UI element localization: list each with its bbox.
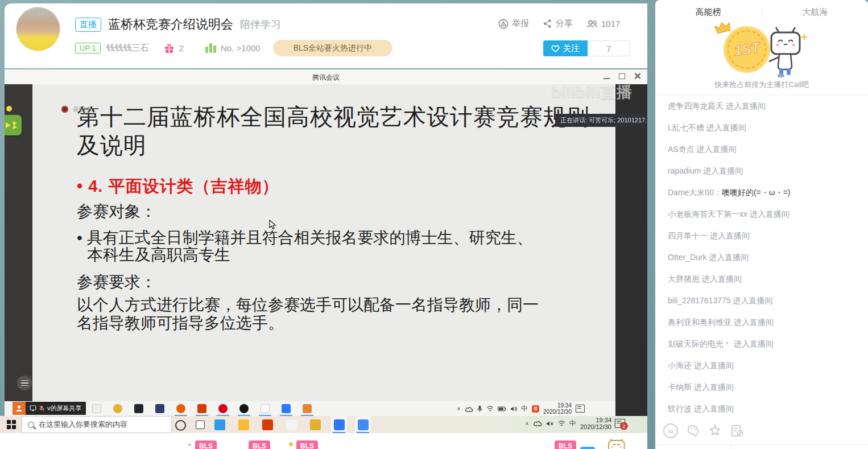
tray-caret-icon: ∧ [457,406,461,411]
chat-username: rapadium [668,166,703,175]
chat-input-divider [655,444,868,445]
crown-icon [714,22,731,34]
close-icon [634,73,640,79]
chat-message[interactable]: 四月单十一 进入直播间 [655,225,868,246]
fan-badge: BLS [555,440,576,449]
chat-username: 奥利亚和奥利维亚 [668,318,734,327]
palette-icon[interactable] [685,423,700,438]
bilibili-live-watermark: bilibili直播 [552,82,633,102]
notepad-icon [258,401,272,416]
screen-share-overlay: v的屏幕共享 [13,402,86,415]
room-header: 直播 蓝桥杯竞赛介绍说明会 陪伴学习 举报 分享 1017 [5,3,647,68]
medal-dot-icon [188,443,191,446]
enter-room-text: 进入直播间 [694,382,734,392]
first-rank-illustration: 1ST [713,25,810,77]
viewer-count: 1017 [586,19,620,28]
share-overlay-label: v的屏幕共享 [47,404,82,413]
cloud-sync-icon [533,420,542,427]
chat-message[interactable]: 奥利亚和奥利维亚 进入直播间 [655,311,868,333]
event-banner[interactable]: BLS全站赛火热进行中 [273,40,392,56]
hamburger-menu-icon [17,376,32,390]
search-icon [28,422,34,428]
chat-message[interactable]: 卡纳斯 进入直播间 [655,376,868,398]
wifi-icon [486,406,494,411]
report-warning-icon [498,19,509,29]
medal-gold-icon [289,442,293,446]
block-list-icon[interactable] [730,423,745,438]
sidebar-tabs: 高能榜大航海 [655,0,868,24]
netease-music-icon [216,401,230,416]
meeting-titlebar: 腾讯会议 [5,69,647,84]
muted-mic-icon [39,405,45,412]
desktop-clock: 19:34 2020/12/30 [580,417,611,430]
chrome-icon [307,416,323,433]
emoji-icon[interactable]: ω [663,423,678,438]
sparkle-star-icon[interactable] [708,423,722,438]
chat-message[interactable]: 小老板海苔天下第一xx 进入直播间 [655,203,868,225]
share-icon [543,19,552,28]
rank-text: No. >1000 [221,43,261,53]
promo-caption: 快来抢占前排为主播打Call吧 [655,80,868,90]
ime-indicator: 中 [569,419,576,429]
chat-username: 四月单十一 [668,231,710,240]
meeting-window-video: 第十二届蓝桥杯全国高校视觉艺术设计赛竞赛规则 及说明 • 4. 平面设计类（吉祥… [5,69,647,417]
chat-sidebar: 高能榜大航海 1ST [655,0,868,449]
slide-title-line2: 及说明 [77,130,147,161]
gift-icon [164,43,175,53]
shared-time: 19:34 [543,402,572,409]
enter-room-text: 进入直播间 [733,296,772,305]
chat-input-divider-tick [731,444,731,449]
chat-username: 虎争四海龙霸天 [668,101,726,110]
microphone-icon [477,405,482,413]
chat-message[interactable]: 小海还 进入直播间 [655,355,868,376]
chat-message[interactable]: 虎争四海龙霸天 进入直播间 [655,95,868,117]
minimize-icon [604,78,610,79]
tab-high-energy-rank[interactable]: 高能榜 [655,7,762,18]
chat-message[interactable]: 软行波 进入直播间 [655,398,868,419]
battery-icon [498,406,506,411]
video-player[interactable]: 第十二届蓝桥杯全国高校视觉艺术设计赛竞赛规则 及说明 • 4. 平面设计类（吉祥… [0,68,647,449]
dev-cpp-icon [152,401,167,416]
enter-room-text: 进入直播间 [734,318,774,327]
chat-username: L乱七不糟 [668,123,706,132]
tray-caret-icon: ∧ [525,421,529,426]
slide-title-line1: 第十二届蓝桥杯全国高校视觉艺术设计赛竞赛规则 [77,104,590,130]
meeting-right-panel [615,84,647,416]
chat-username: 卡纳斯 [668,382,694,392]
tv-mascot-icon [762,26,810,79]
speaking-tooltip: 正在讲话: 可苦可乐; 20101217... [555,114,647,127]
chat-message[interactable]: rapadium 进入直播间 [655,160,868,182]
firefox-icon [173,401,188,416]
enter-room-text: 进入直播间 [697,145,737,154]
monitor-icon [30,405,36,411]
streamer-avatar[interactable] [16,7,60,51]
follow-label: 关注 [563,43,580,54]
task-view-icon [196,421,205,429]
chat-username: 大胖猪崽 [668,274,702,283]
enter-room-text: 进入直播间 [710,231,750,240]
chat-message[interactable]: 大胖猪崽 进入直播间 [655,268,868,290]
tencent-meeting-icon [355,416,371,433]
chat-username: Otter_Durk [668,253,709,262]
shared-screen-taskbar: ∧ 中 S 19:34 2020/12/30 [5,401,615,416]
slide-section1: 参赛对象： [77,201,156,223]
cortana-icon [175,420,186,431]
fan-badge: BLS [249,440,270,449]
tab-grand-voyage[interactable]: 大航海 [762,7,868,18]
room-category[interactable]: 陪伴学习 [240,18,281,31]
report-button[interactable]: 举报 [498,18,529,29]
viewers-icon [586,19,598,28]
notification-center-icon [576,405,585,413]
chat-message[interactable]: Otter_Durk 进入直播间 [655,246,868,268]
chat-message[interactable]: 划破天际的电光丶 进入直播间 [655,333,868,355]
share-button[interactable]: 分享 [543,18,573,29]
mouse-cursor-icon [269,220,276,230]
streamer-name[interactable]: 钱钱钱三石 [106,43,149,53]
follow-button[interactable]: 关注 [543,40,588,56]
chat-message[interactable]: AS奇点 进入直播间 [655,138,868,160]
chat-message[interactable]: L乱七不糟 进入直播间 [655,117,868,138]
wifi-icon [558,421,565,426]
chat-message[interactable]: Dame大米00：噢噢好的(=・ω・=) [655,182,868,203]
lanhu-icon [279,401,294,416]
chat-message[interactable]: bili_22817613775 进入直播间 [655,290,868,311]
